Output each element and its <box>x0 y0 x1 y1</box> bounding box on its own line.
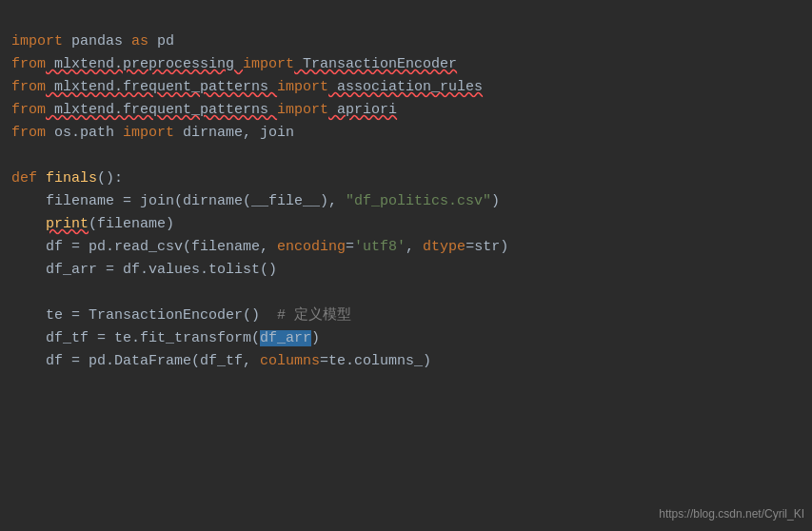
code-token: from <box>11 125 46 141</box>
code-token: df = pd.DataFrame(df_tf, <box>11 353 260 369</box>
code-token: import <box>277 102 328 118</box>
code-line: def finals(): <box>11 167 801 190</box>
code-token: association_rules <box>328 79 483 95</box>
code-line <box>11 282 801 305</box>
code-line: from mlxtend.frequent_patterns import as… <box>11 76 801 99</box>
code-token: te = TransactionEncoder() <box>11 307 277 324</box>
code-line: print(filename) <box>11 213 801 236</box>
code-token: df_tf = te.fit_transform( <box>11 330 260 346</box>
code-token: =te.columns_) <box>320 353 431 369</box>
code-token: from <box>11 102 46 118</box>
code-line: df = pd.read_csv(filename, encoding='utf… <box>11 236 801 259</box>
code-token: import <box>243 56 294 72</box>
code-token: import <box>11 33 63 49</box>
code-token: columns <box>260 353 320 369</box>
code-token: import <box>277 79 328 95</box>
code-token: from <box>11 56 46 72</box>
code-token: , <box>406 239 423 255</box>
code-token <box>11 216 46 232</box>
code-token: mlxtend.frequent_patterns <box>46 79 277 95</box>
code-token: # 定义模型 <box>277 307 351 324</box>
code-token: ) <box>491 193 500 209</box>
code-line: from mlxtend.frequent_patterns import ap… <box>11 99 801 122</box>
code-token: (): <box>97 170 123 187</box>
code-token: TransactionEncoder <box>294 56 457 72</box>
code-token: filename = join(dirname(__file__), <box>11 193 346 209</box>
code-token <box>37 170 46 187</box>
code-token: def <box>11 170 37 187</box>
code-token: import <box>123 125 174 141</box>
code-token: mlxtend.frequent_patterns <box>46 102 277 118</box>
code-editor: import pandas as pdfrom mlxtend.preproce… <box>0 0 812 381</box>
code-line: import pandas as pd <box>11 30 801 53</box>
code-token: "df_politics.csv" <box>346 193 491 209</box>
code-token: apriori <box>328 102 397 118</box>
code-line: filename = join(dirname(__file__), "df_p… <box>11 190 801 213</box>
code-token: print <box>46 216 89 232</box>
code-token: mlxtend.preprocessing <box>46 56 243 72</box>
code-token: ) <box>311 330 320 346</box>
code-line: df = pd.DataFrame(df_tf, columns=te.colu… <box>11 350 801 373</box>
code-token: from <box>11 79 46 95</box>
code-token: df = pd.read_csv(filename, <box>11 239 277 255</box>
code-token: as <box>131 33 149 49</box>
code-token: =str) <box>465 239 508 255</box>
code-line: df_arr = df.values.tolist() <box>11 259 801 282</box>
code-line: te = TransactionEncoder() # 定义模型 <box>11 305 801 327</box>
code-token: os.path <box>46 125 123 141</box>
code-line: df_tf = te.fit_transform(df_arr) <box>11 327 801 350</box>
code-token: df_arr <box>260 330 311 346</box>
code-token: (filename) <box>89 216 174 232</box>
code-token: pd <box>149 33 174 49</box>
watermark: https://blog.csdn.net/Cyril_KI <box>659 505 804 523</box>
code-token: = <box>346 239 354 255</box>
code-token: df_arr = df.values.tolist() <box>11 262 277 278</box>
code-token: finals <box>46 170 97 187</box>
code-token: encoding <box>277 239 346 255</box>
code-token: dirname, join <box>174 125 294 141</box>
code-line: from mlxtend.preprocessing import Transa… <box>11 53 801 76</box>
code-token: pandas <box>63 33 131 49</box>
code-token: dtype <box>423 239 465 255</box>
code-line: from os.path import dirname, join <box>11 122 801 145</box>
code-line <box>11 145 801 167</box>
code-token: 'utf8' <box>354 239 406 255</box>
